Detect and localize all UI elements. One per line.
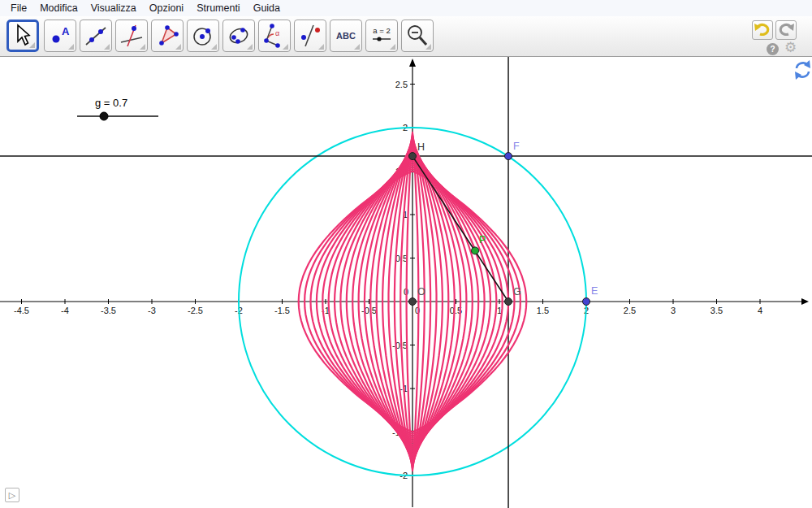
svg-text:ABC: ABC [336, 31, 356, 41]
x-tick-label: 4 [758, 306, 762, 315]
tool-dropdown-arrow[interactable] [425, 44, 431, 50]
point-F[interactable] [505, 153, 512, 160]
tool-line[interactable] [80, 20, 112, 52]
point-label-H: H [417, 141, 425, 153]
tool-dropdown-arrow[interactable] [211, 44, 217, 50]
tool-point[interactable]: A [44, 20, 76, 52]
tool-dropdown-arrow[interactable] [29, 42, 35, 48]
slider-g-handle[interactable] [100, 112, 108, 120]
tool-slider[interactable]: a = 2 [365, 20, 398, 52]
undo-icon [754, 22, 771, 37]
svg-text:A: A [62, 25, 70, 37]
tool-zoom-out[interactable] [401, 20, 434, 52]
point-G[interactable] [505, 298, 512, 306]
menu-opzioni[interactable]: Opzioni [143, 1, 190, 15]
refresh-icon[interactable] [804, 60, 810, 68]
svg-text:α: α [275, 29, 279, 37]
tool-dropdown-arrow[interactable] [175, 44, 181, 50]
undo-button[interactable] [752, 20, 773, 40]
redo-icon [777, 22, 795, 37]
y-tick-label: 2.5 [395, 80, 408, 89]
settings-button[interactable]: ⚙ [784, 40, 797, 56]
x-tick-label: -3.5 [101, 306, 116, 315]
tool-angle[interactable]: α [258, 20, 291, 52]
graphics-canvas[interactable]: -4.5-4-3.5-3-2.5-2-1.5-1-0.500.511.522.5… [0, 57, 812, 508]
point-E[interactable] [583, 298, 590, 306]
point-label-P: P [479, 234, 486, 245]
geogebra-window: File Modifica Visualizza Opzioni Strumen… [0, 0, 812, 508]
x-tick-label: 2.5 [624, 306, 636, 315]
point-label-E: E [591, 285, 598, 297]
graphics-view[interactable]: -4.5-4-3.5-3-2.5-2-1.5-1-0.500.511.522.5… [0, 57, 812, 508]
redo-button[interactable] [775, 20, 797, 40]
x-axis-arrow [801, 298, 809, 305]
play-animation-button[interactable]: ▷ [5, 488, 19, 502]
help-button[interactable]: ? [767, 43, 779, 55]
tool-circle[interactable] [187, 20, 219, 52]
menu-bar: File Modifica Visualizza Opzioni Strumen… [0, 0, 812, 16]
tool-dropdown-arrow[interactable] [140, 44, 145, 50]
point-label-G: G [513, 286, 521, 297]
point-O[interactable] [409, 298, 417, 306]
tool-move[interactable] [6, 20, 39, 52]
point-H[interactable] [409, 153, 417, 160]
tool-perpendicular-line[interactable] [115, 20, 148, 52]
menu-modifica[interactable]: Modifica [33, 1, 84, 15]
x-tick-label: -0.5 [361, 306, 377, 315]
menu-guida[interactable]: Guida [247, 1, 287, 15]
point-label-F: F [513, 141, 520, 152]
x-tick-label: -3 [148, 306, 156, 315]
slider-g-label: g = 0.7 [95, 97, 127, 109]
svg-text:a = 2: a = 2 [373, 26, 390, 35]
x-tick-label: 3.5 [710, 306, 723, 315]
tool-dropdown-arrow[interactable] [247, 44, 253, 50]
x-tick-label: -4 [61, 306, 69, 315]
toolbar-side-controls: ? ⚙ [763, 16, 812, 56]
x-tick-label: -4.5 [14, 306, 29, 315]
toolbar: A [0, 16, 812, 57]
tool-dropdown-arrow[interactable] [390, 44, 395, 50]
tool-dropdown-arrow[interactable] [104, 44, 110, 50]
tool-reflect[interactable] [294, 20, 326, 52]
tool-dropdown-arrow[interactable] [283, 44, 288, 50]
tool-text[interactable]: ABC [330, 20, 362, 52]
menu-visualizza[interactable]: Visualizza [84, 1, 143, 15]
x-tick-label: 1.5 [537, 306, 549, 315]
tool-dropdown-arrow[interactable] [68, 44, 74, 50]
tool-dropdown-arrow[interactable] [318, 44, 324, 50]
y-tick-label: -0.5 [392, 341, 408, 350]
y-axis-arrow [409, 59, 416, 67]
menu-strumenti[interactable]: Strumenti [190, 1, 247, 15]
refresh-icon[interactable] [795, 72, 801, 80]
x-tick-label: -1.5 [274, 306, 290, 315]
x-tick-label: -2.5 [188, 306, 203, 315]
tool-dropdown-arrow[interactable] [354, 44, 360, 50]
tool-ellipse[interactable] [222, 20, 255, 52]
menu-file[interactable]: File [4, 1, 33, 15]
x-tick-label: 3 [671, 306, 676, 315]
tool-polygon[interactable] [151, 20, 184, 52]
point-P[interactable] [472, 247, 479, 254]
point-label-O: O [417, 286, 425, 297]
